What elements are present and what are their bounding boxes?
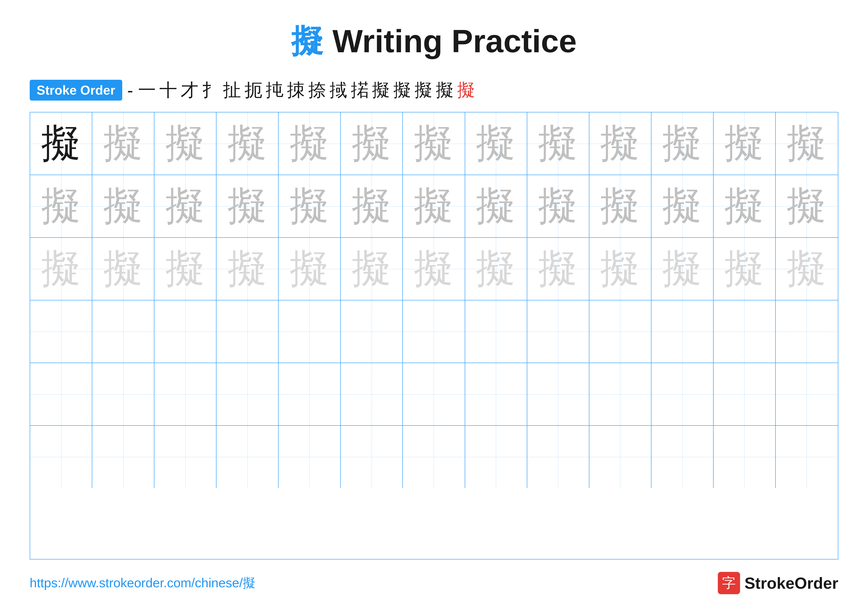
grid-row-5 [30,426,838,488]
grid-cell[interactable]: 擬 [776,112,838,175]
grid-cell[interactable]: 擬 [714,175,776,237]
footer: https://www.strokeorder.com/chinese/擬 字 … [30,572,838,594]
grid-cell[interactable] [403,300,465,362]
grid-cell[interactable]: 擬 [776,175,838,237]
grid-cell[interactable]: 擬 [279,175,341,237]
grid-cell[interactable]: 擬 [651,238,714,300]
practice-char: 擬 [290,242,329,296]
grid-cell[interactable]: 擬 [217,238,279,300]
grid-cell[interactable]: 擬 [154,238,217,300]
grid-cell[interactable]: 擬 [589,112,651,175]
grid-cell[interactable]: 擬 [527,175,589,237]
grid-cell[interactable] [651,300,714,362]
stroke-step-15: 擬 [436,78,454,102]
grid-cell[interactable]: 擬 [30,112,92,175]
grid-cell[interactable] [30,363,92,425]
grid-cell[interactable]: 擬 [403,238,465,300]
grid-cell[interactable]: 擬 [30,238,92,300]
grid-cell[interactable] [154,363,217,425]
grid-cell[interactable] [341,426,403,488]
grid-cell[interactable] [651,363,714,425]
practice-char: 擬 [41,180,81,233]
practice-char: 擬 [600,117,640,170]
grid-cell[interactable] [217,426,279,488]
grid-cell[interactable]: 擬 [341,238,403,300]
grid-cell[interactable] [403,426,465,488]
grid-cell[interactable] [465,363,527,425]
grid-cell[interactable]: 擬 [776,238,838,300]
grid-cell[interactable] [279,300,341,362]
practice-char: 擬 [228,242,267,296]
grid-cell[interactable] [465,300,527,362]
grid-cell[interactable] [589,363,651,425]
grid-cell[interactable] [341,363,403,425]
grid-cell[interactable]: 擬 [92,112,154,175]
grid-cell[interactable] [527,363,589,425]
grid-cell[interactable]: 擬 [465,175,527,237]
grid-cell[interactable] [776,363,838,425]
grid-cell[interactable] [776,426,838,488]
grid-cell[interactable] [217,363,279,425]
grid-cell[interactable]: 擬 [217,112,279,175]
grid-cell[interactable]: 擬 [279,238,341,300]
grid-cell[interactable] [154,426,217,488]
grid-cell[interactable]: 擬 [465,238,527,300]
grid-cell[interactable]: 擬 [527,112,589,175]
grid-cell[interactable]: 擬 [403,112,465,175]
grid-cell[interactable] [527,300,589,362]
grid-cell[interactable] [714,426,776,488]
grid-cell[interactable] [714,363,776,425]
footer-url[interactable]: https://www.strokeorder.com/chinese/擬 [30,574,256,592]
grid-cell[interactable]: 擬 [589,175,651,237]
practice-char: 擬 [662,180,702,233]
grid-cell[interactable]: 擬 [465,112,527,175]
stroke-step-16: 擬 [457,78,475,102]
practice-char: 擬 [787,242,826,296]
grid-cell[interactable] [776,300,838,362]
grid-cell[interactable] [651,426,714,488]
grid-cell[interactable] [527,426,589,488]
stroke-step-1: 一 [138,78,156,102]
stroke-step-12: 擬 [372,78,390,102]
grid-cell[interactable] [279,426,341,488]
practice-char: 擬 [104,117,143,170]
grid-cell[interactable]: 擬 [527,238,589,300]
grid-cell[interactable]: 擬 [279,112,341,175]
grid-cell[interactable]: 擬 [154,175,217,237]
grid-cell[interactable] [403,363,465,425]
grid-cell[interactable]: 擬 [651,175,714,237]
grid-cell[interactable] [714,300,776,362]
grid-cell[interactable]: 擬 [403,175,465,237]
grid-cell[interactable] [154,300,217,362]
grid-cell[interactable]: 擬 [92,238,154,300]
grid-cell[interactable]: 擬 [341,175,403,237]
grid-cell[interactable] [589,300,651,362]
logo-icon: 字 [718,572,740,594]
grid-cell[interactable] [30,426,92,488]
grid-cell[interactable] [217,300,279,362]
practice-char: 擬 [538,117,578,170]
grid-cell[interactable]: 擬 [217,175,279,237]
grid-cell[interactable] [589,426,651,488]
grid-cell[interactable]: 擬 [341,112,403,175]
grid-cell[interactable]: 擬 [651,112,714,175]
practice-char: 擬 [166,117,205,170]
grid-cell[interactable] [30,300,92,362]
grid-cell[interactable] [92,363,154,425]
practice-char: 擬 [787,180,826,233]
grid-cell[interactable] [92,300,154,362]
grid-cell[interactable] [341,300,403,362]
practice-char: 擬 [600,242,640,296]
practice-char: 擬 [352,242,391,296]
grid-cell[interactable] [92,426,154,488]
grid-cell[interactable] [279,363,341,425]
grid-cell[interactable]: 擬 [714,238,776,300]
grid-cell[interactable] [465,426,527,488]
grid-cell[interactable]: 擬 [92,175,154,237]
grid-cell[interactable]: 擬 [30,175,92,237]
grid-cell[interactable]: 擬 [589,238,651,300]
practice-char: 擬 [600,180,640,233]
grid-cell[interactable]: 擬 [714,112,776,175]
stroke-sequence: 一 十 才 扌 扯 扼 扽 拺 捺 掝 掿 擬 擬 擬 擬 擬 [138,78,475,102]
grid-cell[interactable]: 擬 [154,112,217,175]
